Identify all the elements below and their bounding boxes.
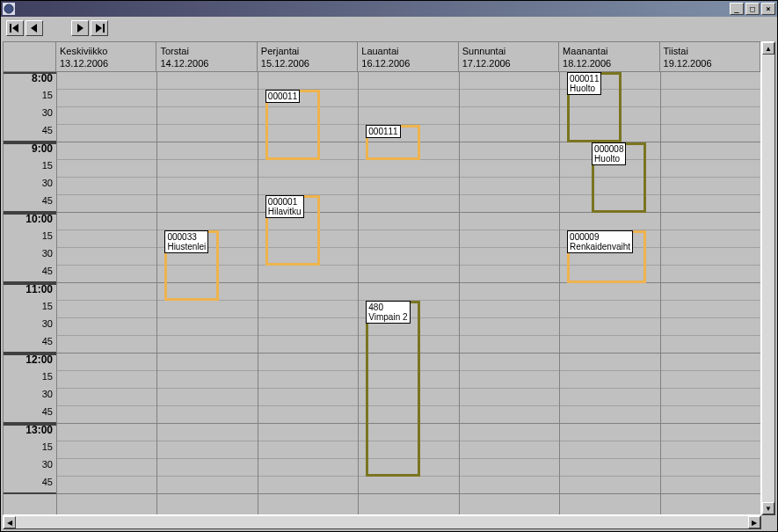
calendar-event[interactable]: 000111 (366, 125, 420, 160)
time-hour: 10:00153045 (4, 213, 56, 283)
day-column[interactable] (56, 72, 156, 514)
time-quarter-label: 30 (42, 107, 53, 118)
hour-cell[interactable] (560, 283, 659, 353)
calendar-event[interactable]: 000001Hilavitku (265, 195, 320, 266)
event-label: 000009Renkaidenvaiht (567, 230, 633, 253)
minimize-button[interactable]: _ (730, 3, 744, 15)
day-date: 18.12.2006 (563, 57, 655, 69)
time-hour: 9:00153045 (4, 142, 56, 213)
hour-cell[interactable] (460, 283, 559, 353)
hour-cell[interactable] (57, 424, 156, 494)
calendar-event[interactable]: 000011 (265, 90, 320, 160)
hour-cell[interactable] (460, 213, 559, 283)
hour-cell[interactable] (57, 283, 156, 353)
nav-last-button[interactable] (91, 20, 108, 36)
time-quarter-label: 15 (42, 230, 53, 241)
hour-cell[interactable] (258, 353, 358, 424)
calendar-event[interactable]: 000009Renkaidenvaiht (567, 230, 646, 283)
hour-cell[interactable] (560, 424, 659, 494)
event-code: 000011 (268, 91, 297, 101)
hour-cell[interactable] (258, 424, 358, 494)
hour-cell[interactable] (57, 213, 156, 283)
hour-cell[interactable] (57, 72, 156, 142)
hour-cell[interactable] (661, 424, 760, 494)
scroll-up-button[interactable]: ▲ (762, 42, 774, 55)
event-text: Huolto (594, 154, 623, 164)
hour-cell[interactable] (359, 213, 458, 283)
time-quarter-label: 30 (42, 459, 53, 470)
maximize-button[interactable]: □ (745, 3, 760, 15)
vertical-scrollbar[interactable]: ▲ ▼ (761, 41, 775, 515)
calendar-grid[interactable]: Keskiviikko13.12.2006Torstai14.12.2006Pe… (4, 42, 760, 514)
day-columns: 000033Hiustenlei000011000001Hilavitku000… (56, 72, 760, 514)
calendar-event[interactable]: 000033Hiustenlei (164, 230, 219, 301)
nav-prev-button[interactable] (25, 20, 43, 36)
event-text: Hilavitku (268, 207, 302, 216)
titlebar[interactable]: _ □ × (1, 1, 777, 17)
nav-next-button[interactable] (71, 20, 89, 36)
day-header[interactable]: Lauantai16.12.2006 (358, 42, 458, 71)
time-quarter-label: 30 (42, 178, 53, 188)
first-icon (10, 24, 20, 33)
calendar-event[interactable]: 480Vimpain 2 (366, 301, 420, 477)
event-code: 000111 (368, 127, 397, 136)
day-header[interactable]: Torstai14.12.2006 (156, 42, 257, 71)
day-name: Torstai (160, 45, 252, 57)
scroll-down-button[interactable]: ▼ (762, 502, 774, 514)
svg-marker-3 (31, 24, 37, 33)
scroll-right-button[interactable]: ▶ (748, 516, 760, 528)
hour-cell[interactable] (157, 142, 257, 213)
hour-cell[interactable] (460, 72, 559, 142)
window-controls: _ □ × (730, 3, 775, 15)
hour-cell[interactable] (157, 353, 257, 424)
time-quarter-label: 45 (42, 477, 53, 487)
day-header[interactable]: Tiistai19.12.2006 (660, 42, 760, 71)
day-name: Tiistai (664, 45, 756, 57)
nav-first-button[interactable] (6, 20, 24, 36)
day-column[interactable]: 000033Hiustenlei (156, 72, 257, 514)
hour-cell[interactable] (157, 72, 257, 142)
event-label: 000001Hilavitku (265, 195, 304, 218)
scroll-left-button[interactable]: ◀ (4, 516, 16, 528)
event-label: 000033Hiustenlei (164, 230, 208, 253)
time-quarter-label: 45 (42, 266, 53, 276)
time-column: 8:001530459:0015304510:0015304511:001530… (4, 72, 56, 514)
calendar-event[interactable]: 000008Huolto (592, 142, 646, 213)
horizontal-scrollbar[interactable]: ◀ ▶ (3, 515, 761, 529)
day-column[interactable]: 000011Huolto000008Huolto000009Renkaidenv… (559, 72, 659, 514)
hour-cell[interactable] (460, 353, 559, 424)
calendar-body: 8:001530459:0015304510:0015304511:001530… (4, 72, 760, 514)
hour-cell[interactable] (460, 142, 559, 213)
day-date: 14.12.2006 (160, 57, 252, 69)
svg-rect-6 (103, 24, 105, 33)
event-code: 000033 (167, 232, 206, 242)
day-column[interactable] (459, 72, 559, 514)
prev-icon (30, 24, 39, 33)
hour-cell[interactable] (661, 283, 760, 353)
day-date: 19.12.2006 (664, 57, 756, 69)
day-header[interactable]: Keskiviikko13.12.2006 (56, 42, 156, 71)
hour-cell[interactable] (560, 353, 659, 424)
day-header[interactable]: Sunnuntai17.12.2006 (459, 42, 559, 71)
calendar-event[interactable]: 000011Huolto (567, 72, 622, 142)
hour-cell[interactable] (661, 353, 760, 424)
day-name: Perjantai (261, 45, 353, 57)
hour-cell[interactable] (460, 424, 559, 494)
time-hour-label: 12:00 (25, 353, 53, 366)
event-label: 480Vimpain 2 (366, 301, 410, 324)
day-column[interactable] (660, 72, 760, 514)
hour-cell[interactable] (57, 353, 156, 424)
day-header[interactable]: Maanantai18.12.2006 (559, 42, 659, 71)
hour-cell[interactable] (661, 72, 760, 142)
day-header[interactable]: Perjantai15.12.2006 (258, 42, 358, 71)
hour-cell[interactable] (258, 283, 358, 353)
svg-marker-4 (77, 24, 84, 33)
day-column[interactable]: 000011000001Hilavitku (258, 72, 358, 514)
hour-cell[interactable] (661, 213, 760, 283)
last-icon (94, 24, 105, 33)
hour-cell[interactable] (157, 424, 257, 494)
hour-cell[interactable] (57, 142, 156, 213)
close-button[interactable]: × (761, 3, 775, 15)
day-column[interactable]: 000111480Vimpain 2 (358, 72, 458, 514)
hour-cell[interactable] (661, 142, 760, 213)
